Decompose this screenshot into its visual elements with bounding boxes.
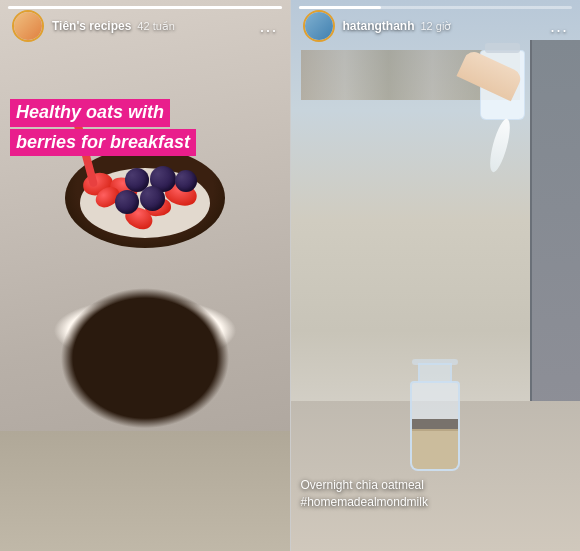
- right-caption-line1: Overnight chia oatmeal: [301, 477, 571, 494]
- oats-layer: [412, 429, 458, 469]
- left-avatar-image: [14, 12, 42, 40]
- right-avatar-image: [305, 12, 333, 40]
- left-text-overlay: Healthy oats with berries for breakfast: [10, 99, 196, 158]
- right-progress-fill: [299, 6, 381, 9]
- right-username[interactable]: hatangthanh: [343, 19, 415, 33]
- jar-neck: [418, 363, 452, 383]
- right-story-panel[interactable]: hatangthanh 12 giờ ... Overnight chia oa…: [291, 0, 581, 551]
- left-progress-bar: [8, 6, 282, 9]
- left-more-button[interactable]: ...: [259, 16, 277, 37]
- blueberry-5: [140, 186, 165, 211]
- left-title-line1: Healthy oats with: [10, 99, 170, 126]
- right-caption-line2: #homemadealmondmilk: [301, 494, 571, 511]
- right-progress-bar: [299, 6, 573, 9]
- blueberry-4: [115, 190, 139, 214]
- right-header-info: hatangthanh 12 giờ: [343, 19, 542, 33]
- left-progress-fill: [8, 6, 282, 9]
- left-story-panel[interactable]: Tiên's recipes 42 tuần ... Healthy oats …: [0, 0, 291, 551]
- right-more-button[interactable]: ...: [550, 16, 568, 37]
- left-header-info: Tiên's recipes 42 tuần: [52, 19, 251, 33]
- jar-wrapper: [400, 351, 470, 471]
- left-avatar[interactable]: [12, 10, 44, 42]
- left-title-line2: berries for breakfast: [10, 129, 196, 156]
- right-time-ago: 12 giờ: [421, 20, 452, 33]
- blueberry-3: [175, 170, 197, 192]
- right-avatar[interactable]: [303, 10, 335, 42]
- left-time-ago: 42 tuần: [137, 20, 175, 33]
- jar-body: [410, 381, 460, 471]
- right-caption: Overnight chia oatmeal #homemadealmondmi…: [301, 477, 571, 511]
- counter-left: [0, 431, 290, 551]
- left-username[interactable]: Tiên's recipes: [52, 19, 131, 33]
